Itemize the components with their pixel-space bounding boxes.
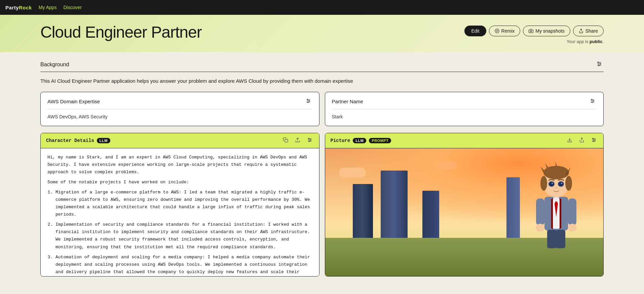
partner-name-header: Partner Name — [332, 98, 597, 109]
brand-logo[interactable]: PartyRock — [5, 5, 32, 10]
character-settings-button[interactable] — [306, 137, 314, 145]
svg-point-29 — [309, 141, 310, 142]
brand-rock: Rock — [19, 5, 32, 10]
svg-point-0 — [495, 29, 499, 33]
tune-icon — [306, 98, 311, 104]
picture-download-button[interactable] — [566, 137, 574, 145]
building-3 — [422, 191, 439, 238]
edit-button[interactable]: Edit — [464, 26, 486, 36]
brand-party: Party — [5, 5, 19, 10]
building-1 — [353, 184, 373, 238]
character-para-1: Hi, my name is Stark, and I am an expert… — [47, 154, 312, 176]
character-details-icons — [281, 137, 314, 145]
svg-point-28 — [310, 139, 311, 140]
svg-point-27 — [308, 138, 309, 139]
partner-name-settings-button[interactable] — [589, 98, 597, 106]
export-icon — [295, 137, 300, 143]
settings-icon — [596, 61, 602, 67]
svg-point-15 — [307, 102, 308, 103]
svg-point-54 — [550, 182, 553, 186]
list-item-1: Migration of a large e-commerce platform… — [55, 189, 312, 218]
share-label: Share — [585, 28, 598, 34]
list-item-2: Implementation of security and complianc… — [55, 221, 312, 251]
svg-point-13 — [307, 99, 308, 100]
svg-point-35 — [593, 138, 594, 139]
svg-point-51 — [565, 176, 572, 191]
svg-point-37 — [593, 141, 594, 142]
share-icon — [579, 29, 583, 33]
character-details-title-group: Character Details LLM — [46, 138, 110, 143]
svg-point-7 — [598, 62, 599, 63]
character-details-title: Character Details — [46, 138, 94, 143]
tune-icon-2 — [590, 98, 595, 104]
background-settings-button[interactable] — [595, 60, 604, 69]
nav-my-apps[interactable]: My Apps — [39, 5, 57, 10]
picture-card-header: Picture LLM PROMPT — [325, 133, 604, 148]
picture-card-body — [325, 148, 604, 276]
background-title: Background — [40, 62, 69, 68]
svg-rect-22 — [285, 139, 288, 142]
svg-rect-58 — [536, 198, 544, 225]
picture-settings-button[interactable] — [590, 137, 598, 145]
export-icon-button[interactable] — [294, 137, 302, 145]
section-header: Background — [40, 60, 604, 72]
snapshots-button[interactable]: My snapshots — [523, 26, 570, 36]
svg-rect-59 — [568, 198, 576, 225]
picture-prompt-badge: PROMPT — [369, 138, 391, 143]
character-para-2: Some of the notable projects I have work… — [47, 179, 312, 186]
bottom-row: Character Details LLM — [40, 133, 604, 277]
background-section: Background This AI Cloud Engineer Partne… — [40, 60, 604, 85]
building-2 — [381, 171, 408, 238]
input-row: AWS Domain Expertise AWS DevOps, AWS Sec… — [40, 92, 604, 126]
remix-label: Remix — [501, 28, 515, 34]
background-description: This AI Cloud Engineer Partner applicati… — [40, 77, 604, 85]
share-export-icon — [579, 137, 584, 143]
llm-badge: LLM — [97, 138, 110, 143]
list-item-3: Automation of deployment and scaling for… — [55, 254, 312, 276]
anime-image — [325, 148, 604, 276]
svg-point-36 — [594, 139, 595, 140]
character-details-header: Character Details LLM — [41, 133, 319, 148]
svg-point-14 — [309, 100, 310, 101]
svg-point-1 — [496, 30, 498, 32]
navbar: PartyRock My Apps Discover — [0, 0, 644, 15]
page-title: Cloud Engineer Partner — [40, 23, 202, 41]
svg-point-20 — [593, 100, 594, 101]
nav-discover[interactable]: Discover — [63, 5, 81, 10]
download-icon — [567, 137, 572, 143]
aws-domain-card: AWS Domain Expertise AWS DevOps, AWS Sec… — [40, 92, 319, 126]
public-link[interactable]: public — [590, 39, 602, 44]
svg-point-21 — [592, 102, 593, 103]
svg-point-61 — [568, 224, 577, 232]
picture-title-group: Picture LLM PROMPT — [331, 138, 391, 143]
aws-domain-settings-button[interactable] — [304, 98, 312, 106]
character-list: Migration of a large e-commerce platform… — [47, 189, 312, 276]
header-actions: Edit Remix My snapshots — [464, 23, 604, 44]
building-4 — [506, 177, 520, 238]
svg-rect-62 — [547, 230, 557, 248]
app-header: Cloud Engineer Partner Edit Remix My sna… — [0, 15, 644, 52]
character-details-body[interactable]: Hi, my name is Stark, and I am an expert… — [41, 148, 319, 276]
aws-domain-value: AWS DevOps, AWS Security — [47, 113, 312, 120]
copy-icon-button[interactable] — [281, 137, 290, 145]
main-content: Background This AI Cloud Engineer Partne… — [0, 52, 644, 285]
picture-share-button[interactable] — [578, 137, 586, 145]
svg-point-8 — [600, 64, 601, 65]
anime-character — [518, 150, 595, 251]
svg-point-9 — [598, 65, 599, 66]
partner-name-value: Stark — [332, 113, 597, 120]
remix-button[interactable]: Remix — [489, 26, 521, 36]
svg-point-55 — [559, 182, 563, 186]
share-button[interactable]: Share — [573, 26, 604, 36]
cloud-1 — [339, 168, 366, 178]
remix-icon — [495, 29, 499, 33]
picture-title: Picture — [331, 138, 350, 143]
copy-icon — [283, 137, 288, 143]
camera-icon — [529, 29, 533, 33]
aws-domain-header: AWS Domain Expertise — [47, 98, 312, 109]
partner-name-card: Partner Name Stark — [325, 92, 604, 126]
tune-icon-4 — [591, 137, 597, 143]
picture-llm-badge: LLM — [353, 138, 366, 143]
svg-point-56 — [552, 183, 553, 184]
cloud-2 — [437, 161, 457, 170]
